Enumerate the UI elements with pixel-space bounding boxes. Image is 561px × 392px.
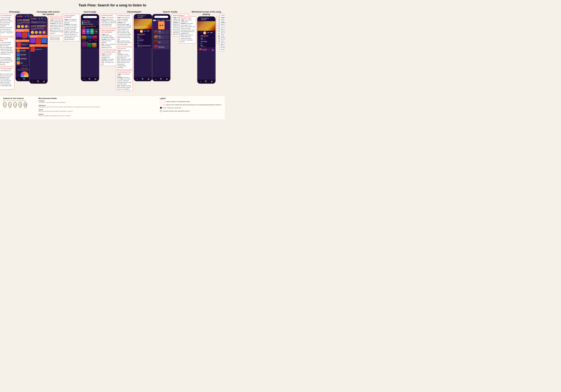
nav-home-icon[interactable]: ⌂	[18, 78, 20, 80]
sr-search-bar[interactable]: 🔍 Red	[154, 16, 168, 18]
neutral-emoji[interactable]: 😐	[21, 25, 24, 28]
mini-play-icon[interactable]: ▶	[212, 49, 214, 51]
filter-all[interactable]: All	[153, 20, 156, 21]
cat-left[interactable]: ◀	[94, 29, 98, 34]
cat-edm[interactable]: EDM	[86, 29, 90, 34]
sp-nav-search[interactable]: 🔍	[88, 78, 91, 80]
sp-nav-home[interactable]: ⌂	[84, 78, 85, 80]
rotate-label: Rotate	[24, 107, 27, 108]
mini-song-4[interactable]: 22 22	[197, 43, 215, 45]
mini-song-3[interactable]: 3 All Too Well	[197, 41, 215, 43]
s-nav-search[interactable]: 🔍	[37, 80, 40, 83]
sr-header: 🔍 Red	[152, 14, 170, 20]
search-person-icon[interactable]: 👤	[38, 18, 40, 20]
cat-rb[interactable]: R&B	[90, 29, 94, 34]
result-2[interactable]: Red Taylor Swift Album	[153, 35, 169, 39]
s-sad[interactable]: 😢	[39, 31, 42, 34]
mi-trigger: TRIGGER: The action or event that initia…	[39, 100, 157, 103]
similar-item-2-big[interactable]	[22, 32, 27, 38]
s-excited[interactable]: 😄	[42, 31, 46, 34]
mini-nav-search[interactable]: 🔍	[205, 80, 207, 83]
mini-play-btn[interactable]: ▶	[203, 31, 206, 34]
bookmark-images	[82, 43, 98, 48]
mini-nav-grid[interactable]: ⊞	[211, 80, 213, 83]
cat-pop[interactable]: Pop	[82, 29, 86, 34]
s-similar-grid	[30, 38, 47, 44]
s-nav-home[interactable]: ⌂	[32, 80, 33, 83]
cat-img-1[interactable]	[82, 36, 86, 40]
find-categories-annotation: FIND A SONG BASED ON CATEGORIES Trigger:…	[100, 29, 117, 49]
bookmark-2[interactable]	[87, 43, 92, 48]
legend-dashed-arrow: Dashed arrow: Indicates the element that…	[160, 104, 222, 105]
dashed-container-label: Dashed container: Microinteraction detai…	[166, 101, 190, 102]
similar-item-1[interactable]: shijie yi	[16, 32, 22, 37]
popular-thumb-1[interactable]	[17, 42, 21, 47]
happy-emoji[interactable]: 😊	[17, 25, 20, 28]
mini-more-btn[interactable]: •••	[210, 31, 213, 34]
mini-song-2[interactable]: 2 Red Taylor Swift	[197, 38, 215, 41]
filter-songs[interactable]: Songs	[161, 20, 165, 21]
album-song-5[interactable]: 4 I Bet You Think About Me Taylor Swift	[134, 45, 152, 48]
categories-row: Pop EDM R&B ◀	[82, 28, 98, 35]
person-icon[interactable]: 👤	[25, 15, 26, 17]
album-song-4[interactable]: 22 22 Taylor Swift	[134, 42, 152, 45]
album-song-1[interactable]: 1 State of Grace Taylor Swift	[134, 33, 152, 36]
search-cart-icon[interactable]: 🛒	[44, 18, 46, 20]
s-popular-thumb[interactable]	[31, 47, 35, 52]
mini-song-5[interactable]: 5 Red Taylor Swift	[197, 45, 215, 48]
bookmark-1[interactable]	[82, 43, 86, 48]
wheel-arrow: ▲	[24, 75, 25, 76]
mini-nav-home[interactable]: ⌂	[200, 80, 201, 83]
bookmark-3[interactable]	[92, 43, 97, 48]
back-arrow-btn[interactable]: ←	[135, 16, 137, 18]
result-info-4: Red Velvet	[159, 47, 164, 48]
result-4[interactable]: Red Velvet	[153, 45, 169, 49]
mini-heart-btn[interactable]: ♡	[200, 31, 202, 34]
s-sim-1[interactable]	[30, 38, 35, 43]
a-nav-home[interactable]: ⌂	[137, 78, 138, 80]
sad-emoji[interactable]: 😢	[25, 25, 28, 28]
popular-info-1: HARRY STYL... Harry Styles	[22, 44, 29, 46]
album-header: ← Red (Taylor's Version)	[134, 14, 152, 19]
filter-playlists[interactable]: Playlists	[166, 20, 170, 21]
s-neutral[interactable]: 😐	[35, 31, 38, 34]
result-1[interactable]: Red Taylor Swift Song	[153, 30, 169, 34]
mi-feedback: FEEDBACK: What happens upon the user act…	[39, 105, 157, 108]
search-input[interactable]: 🔍 Red	[83, 16, 97, 18]
nav-search-icon[interactable]: 🔍	[23, 78, 25, 80]
album-song-info-1: State of Grace Taylor Swift	[137, 34, 151, 36]
cat-img-3[interactable]	[92, 36, 97, 40]
m-info-5: Red Taylor Swift	[201, 45, 214, 47]
album-song-2[interactable]: 2 Red Taylor Swift	[134, 36, 152, 39]
more-btn[interactable]: •••	[147, 30, 149, 33]
s-nav-grid[interactable]: ⊞	[43, 80, 45, 83]
homepage-label: Homepage	[9, 10, 20, 13]
result-3[interactable]: Red	[153, 40, 169, 44]
a-nav-search[interactable]: 🔍	[142, 78, 144, 80]
a-nav-grid[interactable]: ⊞	[148, 78, 149, 80]
shuffle-btn[interactable]: ⇌	[144, 30, 146, 33]
sr-nav-search[interactable]: 🔍	[160, 78, 162, 80]
s-sim-2[interactable]	[36, 38, 41, 44]
search-icon-header[interactable]: 🔍	[27, 15, 29, 17]
cat-label-2: Evening	[88, 40, 92, 41]
mini-shuffle-btn[interactable]: ⇌	[207, 31, 209, 34]
s-happy[interactable]: 😊	[31, 31, 34, 34]
sp-nav-grid[interactable]: ⊞	[95, 78, 96, 80]
filter-artists[interactable]: Artists	[156, 20, 161, 21]
search-icon-active[interactable]: 🔍	[41, 18, 43, 20]
mini-back-btn[interactable]: ←	[198, 18, 200, 20]
album-song-3[interactable]: 3 All Too Well Taylor Swift	[134, 39, 152, 42]
heart-btn[interactable]: ♡	[137, 30, 139, 33]
history-item-1[interactable]: 🕐 Taylor Swift	[82, 22, 98, 23]
sr-nav-grid[interactable]: ⊞	[166, 78, 168, 80]
opened-search-bar[interactable]: 🔍 Search...	[31, 21, 46, 23]
m-num-5: 5	[198, 46, 200, 47]
mini-song-1[interactable]: 1 State of Grace Taylor Swift	[197, 35, 215, 38]
mini-player[interactable]: Red (T.V.) Taylor Swift ▶	[198, 48, 215, 52]
play-btn[interactable]: ▶	[140, 30, 143, 33]
history-item-2[interactable]: 🕐 Autumn Nostalgia	[82, 23, 98, 25]
cat-img-2[interactable]	[87, 36, 92, 40]
sr-nav-home[interactable]: ⌂	[155, 78, 156, 80]
s-sim-3[interactable]	[42, 38, 47, 43]
